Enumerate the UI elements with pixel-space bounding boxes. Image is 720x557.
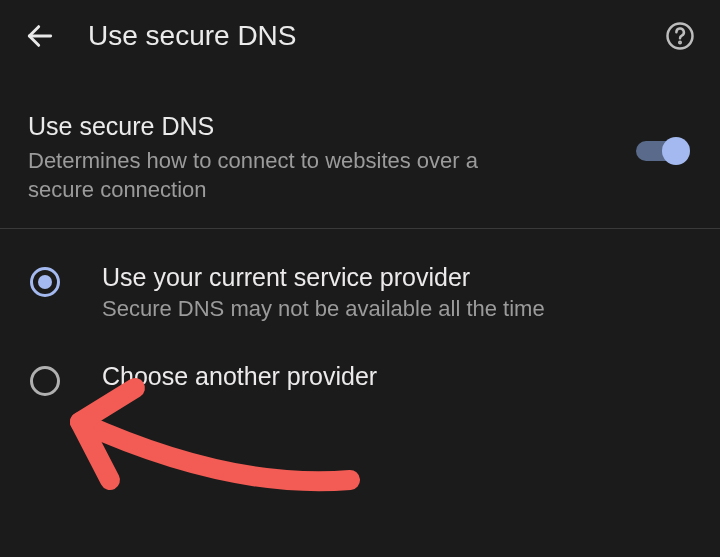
radio-unselected-icon — [28, 364, 62, 398]
secure-dns-toggle[interactable] — [634, 134, 692, 168]
section-heading: Use secure DNS — [28, 112, 614, 141]
option-label: Choose another provider — [102, 362, 692, 391]
page-title: Use secure DNS — [88, 20, 297, 52]
option-sublabel: Secure DNS may not be available all the … — [102, 296, 692, 322]
section-subtext: Determines how to connect to websites ov… — [28, 147, 548, 204]
option-label: Use your current service provider — [102, 263, 692, 292]
help-button[interactable] — [658, 14, 702, 58]
radio-selected-icon — [28, 265, 62, 299]
option-current-provider[interactable]: Use your current service provider Secure… — [0, 243, 720, 342]
secure-dns-section: Use secure DNS Determines how to connect… — [0, 72, 720, 228]
provider-options: Use your current service provider Secure… — [0, 229, 720, 418]
app-bar: Use secure DNS — [0, 0, 720, 72]
help-circle-icon — [665, 21, 695, 51]
arrow-left-icon — [24, 20, 56, 52]
back-button[interactable] — [18, 14, 62, 58]
svg-point-2 — [679, 42, 681, 44]
option-choose-another-provider[interactable]: Choose another provider — [0, 342, 720, 418]
